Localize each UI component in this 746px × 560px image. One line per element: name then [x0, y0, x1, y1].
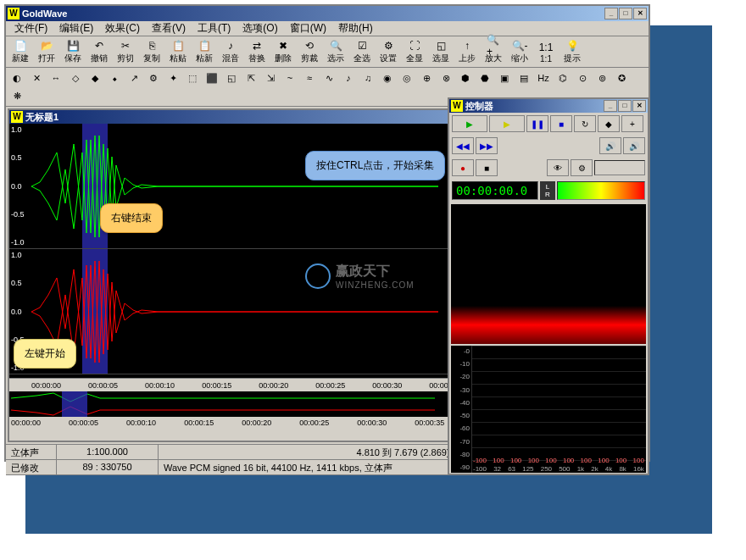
tool-12[interactable]: 🔍选示: [323, 38, 348, 65]
fx-1[interactable]: ✕: [27, 69, 46, 86]
fx-10[interactable]: ⬛: [203, 69, 221, 86]
fx-19[interactable]: ◉: [378, 69, 397, 86]
tool-14[interactable]: ⚙设置: [376, 38, 401, 65]
fx-11[interactable]: ◱: [222, 69, 241, 86]
fx-22[interactable]: ⊗: [437, 69, 455, 86]
fx-14[interactable]: ~: [281, 69, 299, 86]
status-zoom: 1:100.000: [57, 445, 159, 459]
fx-26[interactable]: ▤: [515, 69, 533, 86]
play-selection-button[interactable]: ▶: [489, 115, 525, 132]
fx-20[interactable]: ◎: [398, 69, 416, 86]
record-stop-button[interactable]: ■: [476, 159, 498, 176]
tool-3[interactable]: ↶撤销: [86, 38, 112, 65]
app-icon: W: [8, 8, 19, 19]
speaker-left-button[interactable]: 🔊: [599, 137, 621, 154]
controller-window: W 控制器 _ □ ✕ ▶ ▶ ❚❚ ■ ↻ ◆ + ◀◀ ▶▶ 🔊 🔊 ● ■…: [448, 97, 649, 475]
stop-button[interactable]: ■: [550, 115, 572, 132]
fx-25[interactable]: ▣: [495, 69, 514, 86]
ctrl-close-button[interactable]: ✕: [632, 100, 646, 112]
fx-29[interactable]: ⊙: [573, 69, 592, 86]
fx-3[interactable]: ◇: [66, 69, 85, 86]
menu-window[interactable]: 窗口(W): [285, 20, 331, 36]
tool-2[interactable]: 💾保存: [60, 38, 86, 65]
menu-tool[interactable]: 工具(T): [192, 20, 236, 36]
speaker-right-button[interactable]: 🔊: [623, 137, 645, 154]
menu-file[interactable]: 文件(F): [9, 20, 53, 36]
level-meter: [557, 181, 645, 200]
fx-12[interactable]: ⇱: [242, 69, 260, 86]
menu-edit[interactable]: 编辑(E): [54, 20, 98, 36]
tool-20[interactable]: 1:11:1: [533, 38, 559, 65]
settings-button[interactable]: ⚙: [571, 159, 593, 176]
fx-31[interactable]: ✪: [612, 69, 631, 86]
ctrl-maximize-button[interactable]: □: [618, 100, 632, 112]
fx-21[interactable]: ⊕: [417, 69, 436, 86]
menu-option[interactable]: 选项(O): [237, 20, 282, 36]
tool-10[interactable]: ✖删除: [270, 38, 296, 65]
close-button[interactable]: ✕: [633, 8, 647, 19]
fx-24[interactable]: ⬣: [476, 69, 494, 86]
tool-17[interactable]: ↑上步: [454, 38, 480, 65]
fx-16[interactable]: ∿: [320, 69, 338, 86]
tool-19[interactable]: 🔍-缩小: [507, 38, 532, 65]
fx-15[interactable]: ≈: [300, 69, 319, 86]
fx-32[interactable]: ❋: [8, 87, 26, 104]
tool-9[interactable]: ⇄替换: [244, 38, 270, 65]
callout-left-start: 左键开始: [14, 339, 76, 369]
fx-30[interactable]: ⊚: [593, 69, 611, 86]
play-button[interactable]: ▶: [452, 115, 487, 132]
tool-5[interactable]: ⎘复制: [139, 38, 164, 65]
callout-ctrl-click: 按住CTRL点击，开始采集: [305, 151, 445, 180]
menu-effect[interactable]: 效果(C): [100, 20, 145, 36]
fx-23[interactable]: ⬢: [456, 69, 475, 86]
fx-7[interactable]: ⚙: [144, 69, 163, 86]
fx-9[interactable]: ⬚: [183, 69, 202, 86]
tool-11[interactable]: ⟲剪裁: [297, 38, 322, 65]
fx-28[interactable]: ⌬: [554, 69, 572, 86]
fx-5[interactable]: ⬥: [105, 69, 124, 86]
rewind-button[interactable]: ◀◀: [452, 137, 474, 154]
volume-slider[interactable]: [594, 160, 645, 175]
maximize-button[interactable]: □: [619, 8, 632, 19]
tool-13[interactable]: ☑全选: [349, 38, 375, 65]
tool-1[interactable]: 📂打开: [34, 38, 59, 65]
view-button[interactable]: 👁: [547, 159, 569, 176]
time-display: 00:00:00.0: [452, 181, 538, 200]
plus-button[interactable]: +: [621, 115, 643, 132]
menu-view[interactable]: 查看(V): [147, 20, 191, 36]
controller-icon: W: [451, 100, 463, 112]
level-graph: -0-10-20-30-40-50-60-70-80-90 -100100100…: [451, 346, 646, 473]
fx-0[interactable]: ◐: [8, 69, 26, 86]
spectrum-display: [451, 204, 646, 344]
app-title: GoldWave: [22, 8, 604, 19]
tool-8[interactable]: ♪混音: [218, 38, 243, 65]
tool-16[interactable]: ◱选显: [428, 38, 454, 65]
tool-18[interactable]: 🔍+放大: [481, 38, 506, 65]
fx-4[interactable]: ◆: [86, 69, 104, 86]
fx-6[interactable]: ↗: [125, 69, 143, 86]
menubar: 文件(F) 编辑(E) 效果(C) 查看(V) 工具(T) 选项(O) 窗口(W…: [6, 21, 649, 36]
ctrl-minimize-button[interactable]: _: [604, 100, 617, 112]
minimize-button[interactable]: _: [604, 8, 618, 19]
tool-0[interactable]: 📄新建: [8, 38, 33, 65]
status-stereo: 立体声: [6, 445, 57, 459]
tool-6[interactable]: 📋粘贴: [165, 38, 191, 65]
tool-21[interactable]: 💡提示: [560, 38, 585, 65]
forward-button[interactable]: ▶▶: [476, 137, 498, 154]
fx-2[interactable]: ↔: [47, 69, 65, 86]
tool-15[interactable]: ⛶全显: [402, 38, 427, 65]
fx-27[interactable]: Hz: [534, 69, 553, 86]
tool-4[interactable]: ✂剪切: [113, 38, 138, 65]
menu-help[interactable]: 帮助(H): [333, 20, 378, 36]
record-button[interactable]: ●: [452, 159, 474, 176]
pause-button[interactable]: ❚❚: [526, 115, 548, 132]
wave-icon: W: [11, 111, 23, 123]
fx-17[interactable]: ♪: [339, 69, 358, 86]
fx-18[interactable]: ♫: [359, 69, 377, 86]
tool-7[interactable]: 📋粘新: [192, 38, 217, 65]
watermark: 赢政天下 WINZHENG.COM: [305, 263, 415, 290]
loop-button[interactable]: ↻: [574, 115, 596, 132]
fx-8[interactable]: ✦: [164, 69, 182, 86]
marker-button[interactable]: ◆: [598, 115, 620, 132]
fx-13[interactable]: ⇲: [261, 69, 280, 86]
